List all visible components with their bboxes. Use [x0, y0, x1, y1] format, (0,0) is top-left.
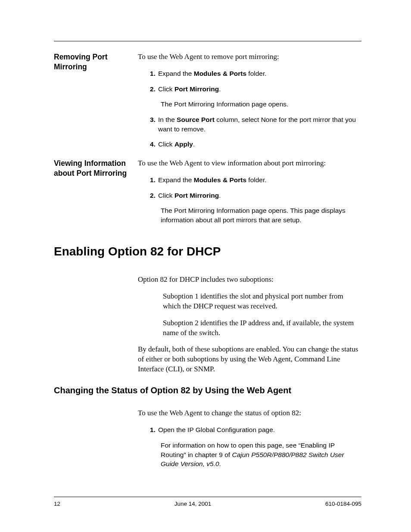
body-option82: Option 82 for DHCP includes two suboptio… [138, 275, 361, 375]
steps-viewing: 1. Expand the Modules & Ports folder. 2.… [138, 175, 361, 200]
footer-row: 12 June 14, 2001 610-0184-095 [54, 501, 361, 507]
steps-web82: 1. Open the IP Global Configuration page… [138, 425, 361, 435]
step-text: Open the IP Global Configuration page. [158, 425, 361, 435]
body-removing: To use the Web Agent to remove port mirr… [138, 52, 361, 155]
step-text: Click Apply. [158, 140, 361, 149]
heading-changing-status-web-agent: Changing the Status of Option 82 by Usin… [54, 386, 361, 395]
step-2-result: The Port Mirroring Information page open… [161, 100, 361, 109]
step-4: 4. Click Apply. [149, 140, 361, 149]
section-removing-port-mirroring: Removing Port Mirroring To use the Web A… [54, 52, 361, 155]
body-viewing: To use the Web Agent to view information… [138, 159, 361, 231]
step-number: 1. [149, 175, 158, 185]
top-rule [54, 41, 361, 41]
intro-web82: To use the Web Agent to change the statu… [138, 408, 361, 418]
step-number: 2. [149, 191, 158, 200]
footer-rule [54, 497, 361, 497]
body-web82: To use the Web Agent to change the statu… [138, 408, 361, 469]
step-number: 4. [149, 140, 158, 149]
steps-removing-cont: 3. In the Source Port column, select Non… [138, 115, 361, 149]
intro-option82: Option 82 for DHCP includes two suboptio… [138, 275, 361, 285]
suboption-2: Suboption 2 identifies the IP address an… [163, 318, 361, 338]
steps-removing: 1. Expand the Modules & Ports folder. 2.… [138, 69, 361, 93]
suboption-1: Suboption 1 identifies the slot and phys… [163, 292, 361, 311]
side-heading-removing: Removing Port Mirroring [54, 52, 138, 72]
step-1-result: For information on how to open this page… [161, 441, 361, 469]
step-2: 2. Click Port Mirroring. [149, 84, 361, 94]
step-number: 1. [149, 69, 158, 78]
step-text: Click Port Mirroring. [158, 191, 361, 200]
step-text: Expand the Modules & Ports folder. [158, 69, 361, 78]
step-2-result: The Port Mirroring Information page open… [161, 206, 361, 224]
step-1: 1. Open the IP Global Configuration page… [149, 425, 361, 435]
page-number: 12 [54, 501, 60, 507]
step-2: 2. Click Port Mirroring. [149, 191, 361, 200]
step-1: 1. Expand the Modules & Ports folder. [149, 69, 361, 78]
step-1: 1. Expand the Modules & Ports folder. [149, 175, 361, 185]
step-text: Expand the Modules & Ports folder. [158, 175, 361, 185]
page-footer: 12 June 14, 2001 610-0184-095 [54, 497, 361, 507]
heading-enabling-option-82: Enabling Option 82 for DHCP [54, 245, 361, 258]
step-text: In the Source Port column, select None f… [158, 115, 361, 134]
step-text: Click Port Mirroring. [158, 84, 361, 94]
doc-number: 610-0184-095 [325, 501, 361, 507]
step-number: 1. [149, 425, 158, 435]
step-number: 2. [149, 84, 158, 94]
side-heading-viewing: Viewing Information about Port Mirroring [54, 159, 138, 178]
default-para: By default, both of these suboptions are… [138, 345, 361, 374]
intro-removing: To use the Web Agent to remove port mirr… [138, 52, 361, 62]
step-3: 3. In the Source Port column, select Non… [149, 115, 361, 134]
footer-date: June 14, 2001 [174, 501, 212, 507]
step-number: 3. [149, 115, 158, 134]
intro-viewing: To use the Web Agent to view information… [138, 159, 361, 168]
section-viewing-info: Viewing Information about Port Mirroring… [54, 159, 361, 231]
